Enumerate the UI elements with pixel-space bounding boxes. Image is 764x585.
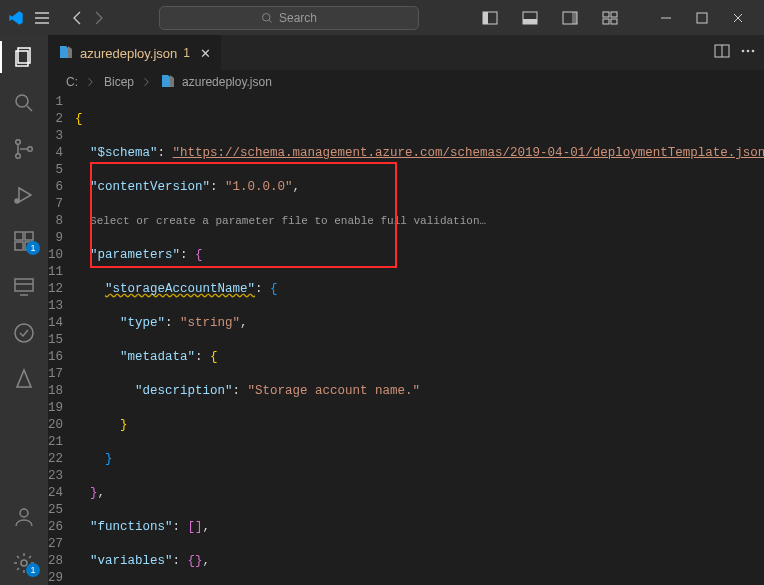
- svg-rect-4: [523, 19, 537, 24]
- search-placeholder: Search: [279, 11, 317, 25]
- menu-icon[interactable]: [34, 10, 50, 26]
- customize-layout-icon[interactable]: [592, 4, 628, 32]
- activity-bar: 1 1: [0, 35, 48, 585]
- line-gutter: 1234567891011121314151617181920212223242…: [48, 94, 75, 585]
- svg-point-26: [21, 560, 27, 566]
- close-icon[interactable]: [720, 4, 756, 32]
- svg-point-30: [752, 49, 755, 52]
- svg-point-25: [20, 509, 28, 517]
- search-activity-icon[interactable]: [0, 87, 48, 119]
- tab-close-icon[interactable]: ✕: [200, 46, 211, 61]
- tab-azuredeploy[interactable]: azuredeploy.json 1 ✕: [48, 35, 221, 70]
- azure-icon[interactable]: [0, 363, 48, 395]
- arm-template-file-icon: [58, 44, 74, 63]
- split-editor-icon[interactable]: [714, 43, 730, 63]
- svg-point-14: [16, 95, 28, 107]
- crumb-folder[interactable]: Bicep: [104, 75, 134, 89]
- more-actions-icon[interactable]: [740, 43, 756, 63]
- nav-back-icon[interactable]: [70, 10, 86, 26]
- titlebar: Search: [0, 0, 764, 35]
- tab-name: azuredeploy.json: [80, 46, 177, 61]
- search-icon: [261, 12, 273, 24]
- svg-rect-19: [15, 232, 23, 240]
- breadcrumbs[interactable]: C: Bicep azuredeploy.json: [48, 70, 764, 94]
- maximize-icon[interactable]: [684, 4, 720, 32]
- crumb-drive[interactable]: C:: [66, 75, 78, 89]
- svg-rect-8: [611, 12, 617, 17]
- run-debug-icon[interactable]: [0, 179, 48, 211]
- crumb-file[interactable]: azuredeploy.json: [182, 75, 272, 89]
- chevron-right-icon: [84, 76, 98, 88]
- svg-point-24: [15, 324, 33, 342]
- svg-point-16: [16, 154, 21, 159]
- svg-rect-10: [611, 19, 617, 24]
- settings-badge: 1: [26, 563, 40, 577]
- code-lens-hint[interactable]: Select or create a parameter file to ena…: [90, 215, 486, 227]
- layout-controls: [472, 4, 628, 32]
- settings-gear-icon[interactable]: 1: [0, 547, 48, 579]
- svg-point-28: [742, 49, 745, 52]
- code-content[interactable]: { "$schema": "https://schema.management.…: [75, 94, 764, 585]
- testing-icon[interactable]: [0, 317, 48, 349]
- arm-template-file-icon: [160, 73, 176, 92]
- toggle-secondary-sidebar-icon[interactable]: [552, 4, 588, 32]
- svg-rect-9: [603, 19, 609, 24]
- svg-point-15: [16, 140, 21, 145]
- editor[interactable]: 1234567891011121314151617181920212223242…: [48, 94, 764, 585]
- tab-bar: azuredeploy.json 1 ✕: [48, 35, 764, 70]
- svg-point-18: [15, 199, 19, 203]
- toggle-panel-icon[interactable]: [512, 4, 548, 32]
- accounts-icon[interactable]: [0, 501, 48, 533]
- toggle-primary-sidebar-icon[interactable]: [472, 4, 508, 32]
- svg-point-0: [262, 13, 270, 21]
- svg-point-29: [747, 49, 750, 52]
- nav-forward-icon[interactable]: [90, 10, 106, 26]
- tab-dirty-indicator: 1: [183, 46, 190, 60]
- svg-rect-6: [572, 12, 577, 24]
- svg-rect-23: [15, 279, 33, 291]
- search-input[interactable]: Search: [159, 6, 419, 30]
- remote-explorer-icon[interactable]: [0, 271, 48, 303]
- svg-rect-20: [25, 232, 33, 240]
- svg-point-17: [28, 147, 33, 152]
- minimize-icon[interactable]: [648, 4, 684, 32]
- svg-rect-21: [15, 242, 23, 250]
- svg-rect-2: [483, 12, 488, 24]
- extensions-icon[interactable]: 1: [0, 225, 48, 257]
- explorer-icon[interactable]: [0, 41, 48, 73]
- svg-rect-7: [603, 12, 609, 17]
- chevron-right-icon: [140, 76, 154, 88]
- vscode-logo-icon: [8, 10, 24, 26]
- source-control-icon[interactable]: [0, 133, 48, 165]
- window-controls: [648, 4, 756, 32]
- svg-rect-11: [697, 13, 707, 23]
- extensions-badge: 1: [26, 241, 40, 255]
